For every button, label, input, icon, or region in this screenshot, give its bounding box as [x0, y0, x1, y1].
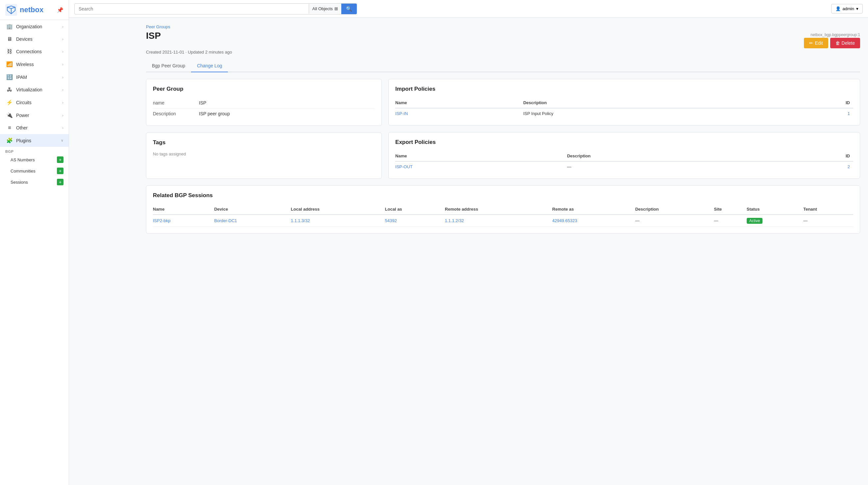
page-header: ISP netbox_bgp.bgppeergroup:1 ✏ Edit 🗑 D… — [146, 31, 860, 48]
bgp-col-description: Description — [635, 204, 714, 215]
session-remote-as-link[interactable]: 42949.65323 — [552, 218, 577, 223]
bgp-sessions-section: Related BGP Sessions Name Device Local a… — [146, 185, 860, 234]
trash-icon: 🗑 — [835, 40, 840, 46]
sidebar-item-connections[interactable]: ⛓ Connections › — [0, 45, 69, 58]
sidebar-item-ipam[interactable]: 🔢 IPAM › — [0, 71, 69, 84]
export-col-description: Description — [567, 151, 790, 161]
status-badge: Active — [747, 218, 763, 224]
topbar-right: 👤 admin ▾ — [831, 4, 863, 13]
bgp-col-tenant: Tenant — [803, 204, 853, 215]
session-local-address-link[interactable]: 1.1.1.3/32 — [291, 218, 310, 223]
circuits-icon: ⚡ — [6, 99, 13, 105]
add-as-number-button[interactable]: + — [57, 156, 63, 163]
sidebar-item-wireless[interactable]: 📶 Wireless › — [0, 58, 69, 71]
peer-group-table: name ISP Description ISP peer group — [153, 98, 375, 119]
bgp-col-local-as: Local as — [385, 204, 445, 215]
page-header-right: netbox_bgp.bgppeergroup:1 ✏ Edit 🗑 Delet… — [804, 31, 860, 48]
sidebar-item-as-numbers[interactable]: AS Numbers + — [0, 154, 69, 165]
admin-chevron-icon: ▾ — [856, 6, 859, 11]
import-policies-card: Import Policies Name Description ID ISP-… — [388, 79, 860, 126]
search-bar: All Objects ⊞ 🔍 — [74, 3, 357, 14]
sidebar-item-other[interactable]: ≡ Other › — [0, 122, 69, 134]
export-policy-name-link[interactable]: ISP-OUT — [395, 164, 413, 169]
pencil-icon: ✏ — [809, 40, 813, 46]
bgp-sessions-table: Name Device Local address Local as Remot… — [153, 204, 853, 227]
import-policies-title: Import Policies — [395, 86, 853, 92]
right-column: Import Policies Name Description ID ISP-… — [388, 79, 860, 179]
sidebar-item-organization[interactable]: 🏢 Organization › — [0, 20, 69, 33]
sidebar-item-label: Devices — [16, 36, 62, 42]
sidebar-item-label: Organization — [16, 24, 62, 29]
add-community-button[interactable]: + — [57, 168, 63, 174]
delete-button[interactable]: 🗑 Delete — [830, 38, 860, 48]
sidebar-item-label: Plugins — [16, 138, 61, 143]
session-name-link[interactable]: ISP2-bkp — [153, 218, 170, 223]
wireless-icon: 📶 — [6, 61, 13, 67]
ipam-icon: 🔢 — [6, 74, 13, 80]
sidebar: netbox 📌 🏢 Organization › 🖥 Devices › ⛓ … — [0, 0, 69, 485]
sidebar-item-sessions[interactable]: Sessions + — [0, 176, 69, 188]
sidebar-item-label: Connections — [16, 49, 62, 54]
sidebar-item-label: Other — [16, 125, 62, 130]
search-scope-selector[interactable]: All Objects ⊞ — [309, 4, 341, 13]
admin-menu-button[interactable]: 👤 admin ▾ — [831, 4, 863, 13]
peer-group-name-value: ISP — [199, 98, 375, 108]
topbar: All Objects ⊞ 🔍 👤 admin ▾ — [69, 0, 868, 18]
sidebar-item-communities[interactable]: Communities + — [0, 165, 69, 176]
sidebar-item-label: Circuits — [16, 100, 62, 105]
chevron-down-icon: ∨ — [61, 138, 63, 142]
sidebar-item-circuits[interactable]: ⚡ Circuits › — [0, 96, 69, 109]
sidebar-item-virtualization[interactable]: 🖧 Virtualization › — [0, 84, 69, 96]
breadcrumb: Peer Groups — [146, 24, 860, 29]
export-policies-card: Export Policies Name Description ID ISP-… — [388, 132, 860, 179]
logo-area: netbox 📌 — [0, 0, 69, 20]
export-policy-id-link[interactable]: 2 — [848, 164, 850, 169]
chevron-right-icon: › — [62, 101, 63, 104]
other-icon: ≡ — [6, 125, 13, 131]
sidebar-item-power[interactable]: 🔌 Power › — [0, 109, 69, 122]
power-icon: 🔌 — [6, 112, 13, 118]
session-device-link[interactable]: Border-DC1 — [214, 218, 237, 223]
as-numbers-label: AS Numbers — [10, 157, 35, 162]
cards-row-1: Peer Group name ISP Description ISP peer… — [146, 79, 860, 179]
sidebar-item-devices[interactable]: 🖥 Devices › — [0, 33, 69, 45]
organization-icon: 🏢 — [6, 23, 13, 30]
action-buttons: ✏ Edit 🗑 Delete — [804, 38, 860, 48]
connections-icon: ⛓ — [6, 48, 13, 55]
tab-change-log[interactable]: Change Log — [191, 60, 228, 72]
chevron-right-icon: › — [62, 126, 63, 130]
search-button[interactable]: 🔍 — [341, 4, 357, 14]
bgp-col-remote-address: Remote address — [445, 204, 552, 215]
import-col-description: Description — [523, 98, 792, 108]
filter-icon: ⊞ — [334, 6, 338, 11]
chevron-right-icon: › — [62, 88, 63, 92]
bgp-section-label: BGP — [0, 147, 69, 154]
sidebar-nav: 🏢 Organization › 🖥 Devices › ⛓ Connectio… — [0, 20, 69, 485]
table-row: ISP-IN ISP Input Policy 1 — [395, 108, 853, 119]
sessions-label: Sessions — [10, 180, 28, 185]
bgp-col-device: Device — [214, 204, 291, 215]
pin-icon: 📌 — [57, 7, 63, 13]
sidebar-item-label: Wireless — [16, 62, 62, 67]
left-column: Peer Group name ISP Description ISP peer… — [146, 79, 382, 179]
import-policy-id-link[interactable]: 1 — [848, 111, 850, 116]
add-session-button[interactable]: + — [57, 179, 63, 185]
tab-bgp-peer-group[interactable]: Bgp Peer Group — [146, 60, 191, 72]
import-policy-name-link[interactable]: ISP-IN — [395, 111, 408, 116]
session-local-as-link[interactable]: 54392 — [385, 218, 397, 223]
search-input[interactable] — [74, 4, 309, 14]
session-remote-address-link[interactable]: 1.1.1.2/32 — [445, 218, 464, 223]
tags-card: Tags No tags assigned — [146, 132, 382, 179]
import-policies-table: Name Description ID ISP-IN ISP Input Pol… — [395, 98, 853, 119]
edit-button[interactable]: ✏ Edit — [804, 38, 828, 48]
chevron-right-icon: › — [62, 37, 63, 41]
session-description: — — [635, 215, 714, 227]
peer-group-desc-value: ISP peer group — [199, 108, 375, 119]
page-meta-id: netbox_bgp.bgppeergroup:1 — [804, 33, 860, 37]
sidebar-item-label: IPAM — [16, 74, 62, 80]
sidebar-item-plugins[interactable]: 🧩 Plugins ∨ — [0, 134, 69, 147]
plugins-icon: 🧩 — [6, 137, 13, 143]
breadcrumb-parent-link[interactable]: Peer Groups — [146, 24, 170, 29]
export-policy-desc: — — [567, 161, 790, 172]
page-title-group: ISP — [146, 31, 161, 41]
